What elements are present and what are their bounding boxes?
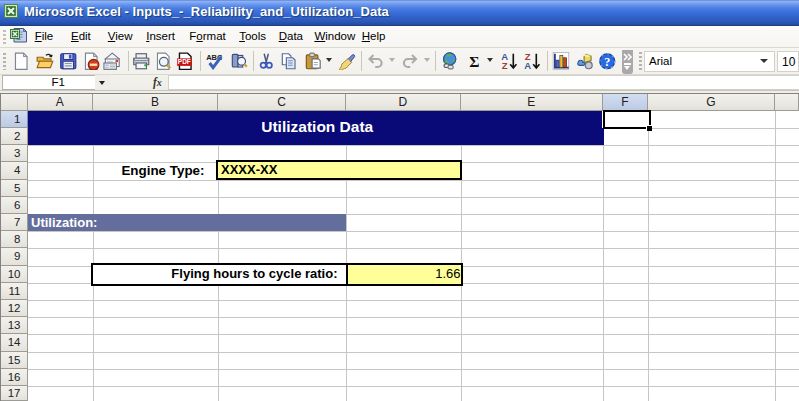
svg-text:PDF: PDF [178, 58, 191, 65]
svg-text:?: ? [604, 54, 610, 68]
svg-text:Z: Z [502, 60, 508, 70]
svg-text:A: A [524, 60, 531, 70]
svg-text:Σ: Σ [469, 53, 479, 70]
